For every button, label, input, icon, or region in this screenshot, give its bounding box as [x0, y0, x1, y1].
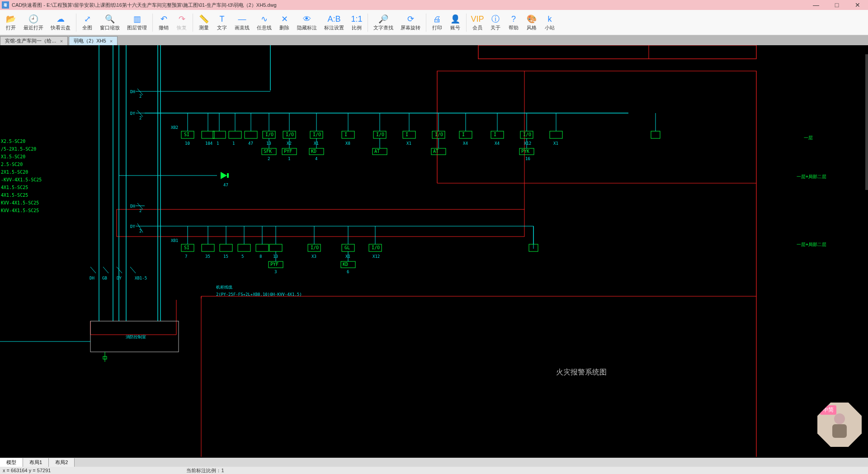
svg-text:PYK: PYK — [521, 149, 529, 154]
svg-marker-103 — [551, 150, 561, 157]
tool-帮助[interactable]: ?帮助 — [505, 13, 523, 32]
删除-icon: ✕ — [279, 14, 290, 24]
svg-text:X2.5-SC20: X2.5-SC20 — [1, 139, 25, 144]
svg-text:2.5-SC20: 2.5-SC20 — [1, 162, 23, 167]
svg-text:2: 2 — [139, 229, 142, 233]
tool-文字查找[interactable]: 🔎文字查找 — [370, 13, 397, 32]
svg-rect-133 — [256, 244, 269, 251]
帮助-icon: ? — [508, 14, 519, 24]
tool-撤销[interactable]: ↶撤销 — [155, 13, 173, 32]
svg-text:2: 2 — [139, 209, 142, 213]
svg-text:3: 3 — [274, 270, 277, 274]
svg-text:DH: DH — [90, 276, 94, 280]
svg-text:X1: X1 — [553, 141, 558, 146]
svg-rect-32 — [229, 131, 241, 138]
测量-icon: 📏 — [198, 14, 209, 24]
svg-text:13: 13 — [266, 141, 271, 146]
svg-text:16: 16 — [525, 156, 530, 161]
tool-最近打开[interactable]: 🕘最近打开 — [20, 13, 47, 32]
svg-text:I/O: I/O — [265, 132, 274, 137]
svg-text:4X1.5-SC25: 4X1.5-SC25 — [1, 185, 28, 190]
屏幕旋转-icon: ⟳ — [405, 14, 416, 24]
svg-text:XB2: XB2 — [171, 125, 178, 130]
svg-line-167 — [130, 267, 136, 273]
svg-rect-68 — [491, 131, 504, 138]
layout-tab-模型[interactable]: 模型 — [0, 458, 23, 467]
tool-快看云盘[interactable]: ☁快看云盘 — [47, 13, 74, 32]
svg-text:7: 7 — [185, 254, 187, 259]
layout-tab-布局2[interactable]: 布局2 — [49, 458, 75, 467]
svg-line-165 — [103, 267, 108, 273]
svg-text:X1.5-SC20: X1.5-SC20 — [1, 154, 25, 159]
svg-marker-102 — [404, 150, 415, 157]
breaker-dy1: DY 2 — [130, 110, 145, 120]
tool-任意线[interactable]: ∿任意线 — [253, 13, 275, 32]
svg-rect-100 — [651, 131, 660, 138]
svg-text:X8: X8 — [345, 141, 350, 146]
tool-全图[interactable]: ⤢全图 — [78, 13, 96, 32]
tool-窗口缩放[interactable]: 🔍窗口缩放 — [96, 13, 123, 32]
tool-标注设置[interactable]: A:B标注设置 — [321, 13, 348, 32]
快看云盘-icon: ☁ — [55, 14, 66, 24]
tool-风格[interactable]: 🎨风格 — [523, 13, 541, 32]
svg-text:4: 4 — [315, 156, 317, 161]
svg-text:PYF: PYF — [284, 149, 292, 154]
breaker-dh1: DH 2 — [130, 89, 145, 99]
svg-text:I/O: I/O — [313, 132, 321, 137]
tool-删除[interactable]: ✕删除 — [275, 13, 293, 32]
maximize-button[interactable]: □ — [826, 0, 847, 10]
minimize-button[interactable]: — — [806, 0, 826, 10]
svg-rect-2 — [117, 209, 524, 237]
file-tabs: 宾馆-生产车间一（给…×弱电（2）XH5× — [0, 35, 868, 45]
tool-打开[interactable]: 📂打开 — [2, 13, 20, 32]
svg-text:X4: X4 — [463, 141, 468, 146]
tool-打印[interactable]: 🖨打印 — [428, 13, 446, 32]
file-tab[interactable]: 弱电（2）XH5× — [69, 36, 118, 45]
file-tab[interactable]: 宾馆-生产车间一（给…× — [0, 36, 68, 45]
scroll-indicator[interactable] — [865, 54, 868, 190]
close-icon[interactable]: × — [110, 38, 113, 44]
tool-测量[interactable]: 📏测量 — [195, 13, 213, 32]
任意线-icon: ∿ — [259, 14, 270, 24]
scale-readout: 当前标注比例：1 — [186, 467, 224, 474]
drawing-canvas[interactable]: DH 2 DY 2 XB2 SI101041147I/O13I/OX2I/OX1… — [0, 45, 868, 458]
svg-text:1: 1 — [288, 156, 290, 161]
svg-text:10: 10 — [185, 141, 190, 146]
风格-icon: 🎨 — [526, 14, 537, 24]
svg-text:DH: DH — [130, 90, 135, 94]
svg-text:13: 13 — [273, 254, 278, 259]
svg-text:X1: X1 — [345, 254, 350, 259]
svg-rect-26 — [202, 131, 214, 138]
breaker-dh2: DH 2 — [130, 203, 145, 213]
tool-屏幕旋转[interactable]: ⟳屏幕旋转 — [397, 13, 424, 32]
svg-text:DY: DY — [130, 224, 135, 229]
tool-会员[interactable]: VIP会员 — [468, 13, 486, 32]
close-icon[interactable]: × — [60, 38, 63, 44]
tool-小站[interactable]: k小站 — [541, 13, 559, 32]
svg-text:1: 1 — [217, 141, 219, 146]
tool-画直线[interactable]: —画直线 — [231, 13, 253, 32]
svg-marker-105 — [221, 172, 227, 179]
tool-文字[interactable]: T文字 — [213, 13, 231, 32]
tool-比例[interactable]: 1:1比例 — [348, 13, 366, 32]
tool-隐藏标注[interactable]: 👁隐藏标注 — [293, 13, 321, 32]
账号-icon: 👤 — [450, 14, 461, 24]
svg-text:XB1: XB1 — [171, 238, 178, 243]
窗口缩放-icon: 🔍 — [104, 14, 115, 24]
svg-text:SFK: SFK — [264, 149, 272, 154]
svg-rect-136 — [269, 244, 282, 251]
svg-text:I: I — [406, 132, 408, 137]
svg-rect-35 — [245, 131, 257, 138]
svg-text:XB1-5: XB1-5 — [135, 276, 147, 280]
tool-关于[interactable]: ⓘ关于 — [486, 13, 505, 32]
隐藏标注-icon: 👁 — [302, 14, 312, 24]
tool-图层管理[interactable]: ▥图层管理 — [123, 13, 151, 32]
svg-text:X1: X1 — [406, 141, 411, 146]
svg-text:5: 5 — [241, 254, 244, 259]
tool-账号[interactable]: 👤账号 — [446, 13, 464, 32]
svg-text:2: 2 — [268, 156, 270, 161]
close-button[interactable]: ✕ — [847, 0, 868, 10]
layout-tab-布局1[interactable]: 布局1 — [23, 458, 49, 467]
svg-text:35: 35 — [205, 254, 210, 259]
tool-恢复[interactable]: ↷恢复 — [173, 13, 191, 32]
